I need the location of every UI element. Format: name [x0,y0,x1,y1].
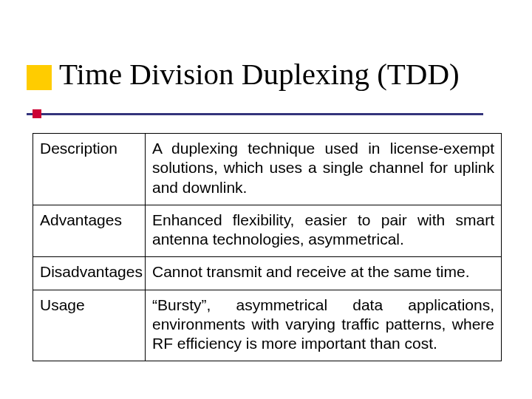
row-value: Enhanced flexibility, easier to pair wit… [146,205,502,257]
slide-title: Time Division Duplexing (TDD) [59,56,460,92]
table-row: Advantages Enhanced flexibility, easier … [33,205,502,257]
accent-square [27,65,52,90]
table-row: Description A duplexing technique used i… [33,134,502,205]
row-value: A duplexing technique used in license-ex… [146,134,502,205]
row-value: Cannot transmit and receive at the same … [146,257,502,290]
table-row: Disadvantages Cannot transmit and receiv… [33,257,502,290]
row-label: Advantages [33,205,146,257]
row-label: Description [33,134,146,205]
title-bullet [33,109,41,118]
info-table: Description A duplexing technique used i… [33,133,502,361]
row-value: “Bursty”, asymmetrical data applications… [146,290,502,361]
title-rule [27,113,483,115]
row-label: Usage [33,290,146,361]
table-row: Usage “Bursty”, asymmetrical data applic… [33,290,502,361]
row-label: Disadvantages [33,257,146,290]
